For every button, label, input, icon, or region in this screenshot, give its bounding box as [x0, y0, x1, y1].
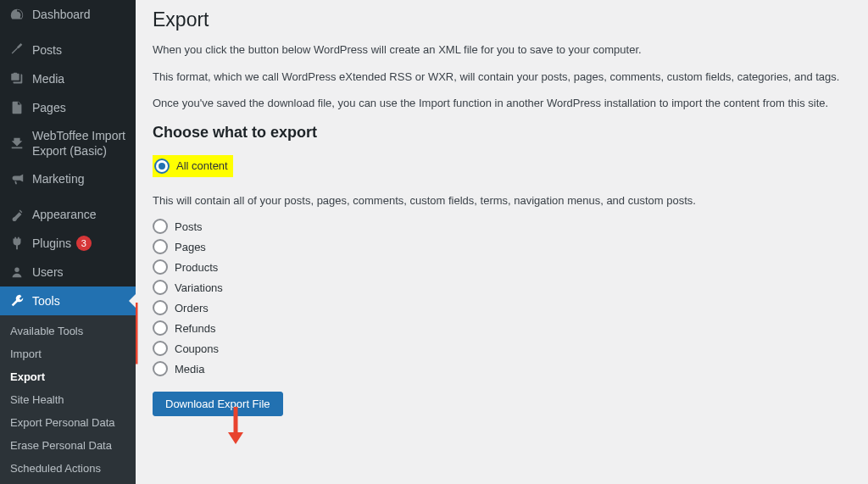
sidebar-item-media[interactable]: Media	[0, 64, 136, 93]
sidebar-item-label: Pages	[32, 100, 66, 115]
tools-icon	[8, 292, 25, 309]
radio-media[interactable]: Media	[153, 361, 851, 376]
choose-heading: Choose what to export	[153, 124, 851, 142]
submenu-export[interactable]: Export	[0, 365, 136, 388]
sidebar-item-label: Media	[32, 71, 64, 86]
sidebar-item-posts[interactable]: Posts	[0, 36, 136, 64]
radio-variations[interactable]: Variations	[153, 280, 851, 295]
megaphone-icon	[8, 170, 25, 187]
page-title: Export	[153, 8, 851, 31]
radio-pages[interactable]: Pages	[153, 239, 851, 254]
radio-input[interactable]	[153, 219, 168, 234]
submenu-export-personal[interactable]: Export Personal Data	[0, 411, 136, 434]
radio-label: Orders	[175, 302, 209, 314]
radio-input[interactable]	[153, 280, 168, 295]
sidebar-item-label: Plugins	[32, 236, 71, 251]
sidebar-item-label: Tools	[32, 293, 60, 309]
download-export-button[interactable]: Download Export File	[153, 392, 283, 416]
sidebar-item-appearance[interactable]: Appearance	[0, 200, 136, 229]
radio-label: Variations	[175, 281, 223, 294]
media-icon	[8, 70, 25, 87]
sidebar-item-tools[interactable]: Tools	[0, 287, 136, 315]
submenu-erase-personal[interactable]: Erase Personal Data	[0, 434, 136, 457]
dashboard-icon	[8, 6, 25, 23]
radio-refunds[interactable]: Refunds	[153, 320, 851, 336]
sidebar-item-label: Appearance	[32, 207, 97, 222]
radio-label: Refunds	[175, 322, 215, 335]
pages-icon	[8, 99, 25, 116]
admin-sidebar: Dashboard Posts Media Pages WebToffee Im…	[0, 0, 136, 484]
submenu-site-health[interactable]: Site Health	[0, 388, 136, 411]
intro-paragraph-1: When you click the button below WordPres…	[153, 42, 851, 58]
radio-input[interactable]	[154, 159, 170, 174]
sidebar-item-dashboard[interactable]: Dashboard	[0, 0, 136, 29]
intro-paragraph-2: This format, which we call WordPress eXt…	[153, 69, 851, 86]
radio-input[interactable]	[153, 300, 168, 315]
users-icon	[8, 264, 25, 281]
import-export-icon	[8, 135, 25, 152]
sidebar-item-label: Marketing	[32, 171, 84, 186]
pin-icon	[8, 42, 25, 58]
radio-products[interactable]: Products	[153, 259, 851, 275]
radio-input[interactable]	[153, 259, 168, 275]
sidebar-item-label: Posts	[32, 42, 62, 58]
radio-label: Coupons	[175, 342, 219, 355]
all-content-description: This will contain all of your posts, pag…	[153, 192, 851, 209]
radio-all-content[interactable]: All content	[153, 155, 233, 177]
update-badge: 3	[76, 236, 92, 251]
radio-input[interactable]	[153, 239, 168, 254]
radio-label: All content	[176, 159, 228, 172]
submenu-scheduled-actions[interactable]: Scheduled Actions	[0, 457, 136, 480]
annotation-arrow-export	[136, 298, 148, 375]
radio-label: Products	[175, 261, 218, 274]
sidebar-item-plugins[interactable]: Plugins 3	[0, 229, 136, 258]
radio-label: Media	[175, 363, 204, 376]
appearance-icon	[8, 206, 25, 223]
plugins-icon	[8, 235, 25, 252]
sidebar-item-label: Users	[32, 264, 64, 280]
sidebar-item-marketing[interactable]: Marketing	[0, 164, 136, 193]
main-content: Export When you click the button below W…	[136, 0, 868, 484]
radio-label: Pages	[175, 241, 206, 253]
submenu-available-tools[interactable]: Available Tools	[0, 320, 136, 342]
radio-coupons[interactable]: Coupons	[153, 341, 851, 356]
tools-submenu: Available Tools Import Export Site Healt…	[0, 315, 136, 484]
radio-posts[interactable]: Posts	[153, 219, 851, 234]
radio-input[interactable]	[153, 341, 168, 356]
submenu-import[interactable]: Import	[0, 342, 136, 365]
sidebar-item-users[interactable]: Users	[0, 258, 136, 287]
sidebar-item-label: WebToffee Import Export (Basic)	[32, 128, 129, 159]
intro-paragraph-3: Once you've saved the download file, you…	[153, 95, 851, 112]
sidebar-item-pages[interactable]: Pages	[0, 93, 136, 122]
radio-orders[interactable]: Orders	[153, 300, 851, 315]
sidebar-item-label: Dashboard	[32, 7, 91, 22]
radio-input[interactable]	[153, 361, 168, 376]
sidebar-item-webtoffee[interactable]: WebToffee Import Export (Basic)	[0, 122, 136, 164]
radio-input[interactable]	[153, 320, 168, 336]
radio-label: Posts	[175, 220, 203, 233]
